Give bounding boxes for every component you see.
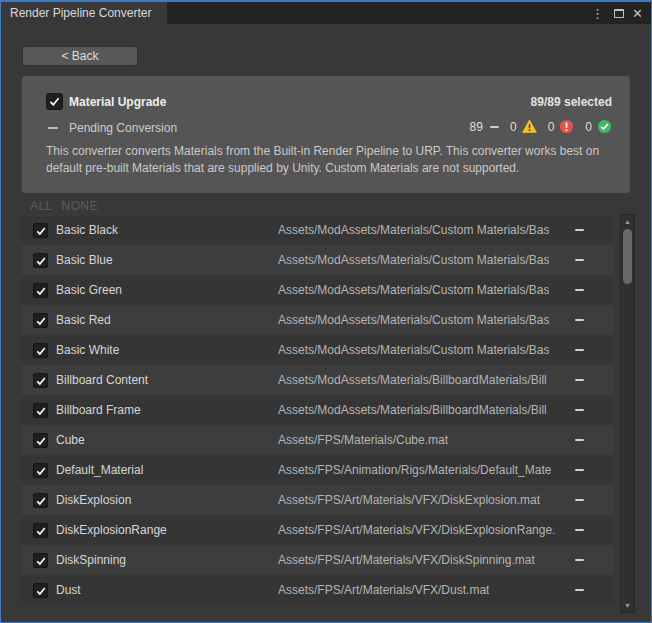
- list-item[interactable]: Basic Green Assets/ModAssets/Materials/C…: [22, 276, 614, 304]
- item-name: DiskExplosion: [56, 493, 131, 507]
- item-name: DiskSpinning: [56, 553, 126, 567]
- item-path: Assets/FPS/Art/Materials/VFX/Dust.mat: [278, 583, 489, 597]
- item-name: Basic White: [56, 343, 119, 357]
- tab-render-pipeline-converter[interactable]: Render Pipeline Converter: [1, 2, 167, 24]
- list-item[interactable]: Basic Black Assets/ModAssets/Materials/C…: [22, 216, 614, 244]
- scroll-down-icon[interactable]: ▼: [621, 599, 634, 612]
- scrollbar-thumb[interactable]: [623, 229, 632, 284]
- warning-icon: [522, 119, 537, 134]
- item-path: Assets/FPS/Animation/Rigs/Materials/Defa…: [278, 463, 551, 477]
- success-count: 0: [585, 120, 592, 134]
- select-none-button[interactable]: NONE: [62, 199, 98, 213]
- check-icon: [35, 285, 47, 297]
- list-item[interactable]: Billboard Content Assets/ModAssets/Mater…: [22, 366, 614, 394]
- check-icon: [35, 225, 47, 237]
- list-item[interactable]: Dust Assets/FPS/Art/Materials/VFX/Dust.m…: [22, 576, 614, 604]
- item-checkbox[interactable]: [33, 463, 48, 478]
- error-count: 0: [548, 120, 555, 134]
- list-item[interactable]: Basic Red Assets/ModAssets/Materials/Cus…: [22, 306, 614, 334]
- item-path: Assets/FPS/Art/Materials/VFX/DiskExplosi…: [278, 523, 555, 537]
- select-all-button[interactable]: ALL: [30, 199, 53, 213]
- vertical-scrollbar[interactable]: ▲ ▼: [620, 214, 635, 613]
- check-icon: [35, 495, 47, 507]
- selection-controls: ALL NONE: [30, 199, 98, 213]
- converter-description: This converter converts Materials from t…: [46, 143, 612, 177]
- window-title: Render Pipeline Converter: [10, 6, 151, 20]
- item-path: Assets/ModAssets/Materials/Custom Materi…: [278, 253, 549, 267]
- item-pending-icon: [575, 229, 584, 231]
- item-checkbox[interactable]: [33, 433, 48, 448]
- check-icon: [35, 525, 47, 537]
- item-path: Assets/ModAssets/Materials/BillboardMate…: [278, 403, 547, 417]
- item-path: Assets/FPS/Materials/Cube.mat: [278, 433, 448, 447]
- window-menu-icon[interactable]: ⋮: [589, 7, 606, 20]
- item-name: Basic Blue: [56, 253, 113, 267]
- list-item[interactable]: Basic White Assets/ModAssets/Materials/C…: [22, 336, 614, 364]
- item-name: Billboard Content: [56, 373, 148, 387]
- item-name: Basic Red: [56, 313, 111, 327]
- item-checkbox[interactable]: [33, 403, 48, 418]
- converter-panel: Material Upgrade 89/89 selected Pending …: [22, 76, 630, 193]
- item-checkbox[interactable]: [33, 553, 48, 568]
- converter-title: Material Upgrade: [69, 95, 166, 109]
- titlebar-spacer: [167, 2, 589, 24]
- selected-count: 89/89 selected: [531, 95, 612, 109]
- item-path: Assets/ModAssets/Materials/BillboardMate…: [278, 373, 547, 387]
- pending-conversion-label: Pending Conversion: [69, 121, 177, 135]
- item-path: Assets/ModAssets/Materials/Custom Materi…: [278, 223, 549, 237]
- pending-icon: [490, 126, 499, 128]
- check-icon: [35, 585, 47, 597]
- item-checkbox[interactable]: [33, 313, 48, 328]
- item-path: Assets/ModAssets/Materials/Custom Materi…: [278, 283, 549, 297]
- check-icon: [35, 405, 47, 417]
- item-checkbox[interactable]: [33, 523, 48, 538]
- item-pending-icon: [575, 349, 584, 351]
- check-icon: [48, 95, 61, 108]
- close-icon[interactable]: ✕: [632, 7, 643, 20]
- item-name: Default_Material: [56, 463, 143, 477]
- converter-checkbox[interactable]: [46, 93, 63, 110]
- list-item[interactable]: DiskExplosionRange Assets/FPS/Art/Materi…: [22, 516, 614, 544]
- item-pending-icon: [575, 439, 584, 441]
- item-checkbox[interactable]: [33, 283, 48, 298]
- list-item[interactable]: Basic Blue Assets/ModAssets/Materials/Cu…: [22, 246, 614, 274]
- render-pipeline-converter-window: Render Pipeline Converter ⋮ ✕ < Back Mat…: [0, 0, 652, 623]
- list-item[interactable]: Default_Material Assets/FPS/Animation/Ri…: [22, 456, 614, 484]
- back-button[interactable]: < Back: [22, 46, 138, 66]
- list-item[interactable]: Billboard Frame Assets/ModAssets/Materia…: [22, 396, 614, 424]
- item-path: Assets/ModAssets/Materials/Custom Materi…: [278, 343, 549, 357]
- item-pending-icon: [575, 379, 584, 381]
- item-name: DiskExplosionRange: [56, 523, 167, 537]
- item-pending-icon: [575, 289, 584, 291]
- item-name: Cube: [56, 433, 85, 447]
- item-name: Billboard Frame: [56, 403, 141, 417]
- status-counters: 89 0 0 0: [470, 119, 612, 134]
- item-checkbox[interactable]: [33, 583, 48, 598]
- maximize-icon[interactable]: [614, 9, 624, 18]
- item-path: Assets/FPS/Art/Materials/VFX/DiskExplosi…: [278, 493, 540, 507]
- check-icon: [35, 255, 47, 267]
- warning-count: 0: [510, 120, 517, 134]
- item-name: Dust: [56, 583, 81, 597]
- scroll-up-icon[interactable]: ▲: [621, 215, 634, 228]
- item-pending-icon: [575, 259, 584, 261]
- success-icon: [597, 119, 612, 134]
- item-checkbox[interactable]: [33, 493, 48, 508]
- list-item[interactable]: Cube Assets/FPS/Materials/Cube.mat: [22, 426, 614, 454]
- item-pending-icon: [575, 589, 584, 591]
- list-item[interactable]: DiskExplosion Assets/FPS/Art/Materials/V…: [22, 486, 614, 514]
- title-bar: Render Pipeline Converter ⋮ ✕: [1, 2, 651, 24]
- check-icon: [35, 465, 47, 477]
- list-item[interactable]: DiskSpinning Assets/FPS/Art/Materials/VF…: [22, 546, 614, 574]
- pending-dash-icon: [48, 127, 58, 129]
- item-checkbox[interactable]: [33, 373, 48, 388]
- item-name: Basic Green: [56, 283, 122, 297]
- item-pending-icon: [575, 319, 584, 321]
- item-checkbox[interactable]: [33, 253, 48, 268]
- item-path: Assets/ModAssets/Materials/Custom Materi…: [278, 313, 549, 327]
- item-name: Basic Black: [56, 223, 118, 237]
- error-icon: [559, 119, 574, 134]
- item-checkbox[interactable]: [33, 343, 48, 358]
- item-checkbox[interactable]: [33, 223, 48, 238]
- item-pending-icon: [575, 499, 584, 501]
